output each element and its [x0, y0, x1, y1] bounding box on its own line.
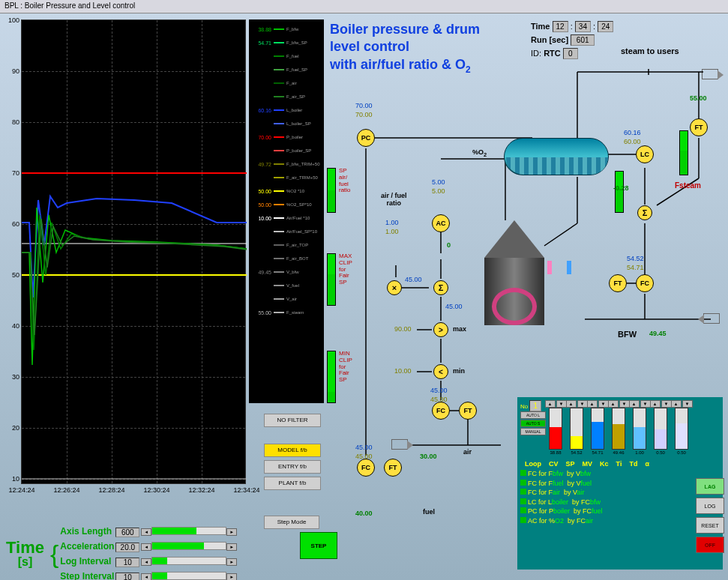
step-mode-button[interactable]: Step Mode	[264, 516, 319, 529]
step-int-label: Step Interval	[60, 570, 114, 580]
legend-row[interactable]: F_air_SP	[250, 90, 322, 103]
legend-row[interactable]: F_fuel_SP	[250, 63, 322, 76]
legend-row[interactable]: Air/Fuel_SP*10	[250, 225, 322, 238]
loop-row[interactable]: PC for Pboiler by FCfuel	[520, 507, 720, 516]
legend-row[interactable]: F_air_TRIM+50	[250, 171, 322, 184]
fc-air-pv: 45.00	[430, 387, 448, 394]
model-fb-button[interactable]: MODEL f/b	[264, 444, 321, 457]
legend-row[interactable]: 60.16L_boiler	[250, 103, 322, 117]
tuning-bar-MV[interactable]: ▲▼54.71	[588, 400, 607, 457]
log-int-input[interactable]	[115, 558, 139, 567]
ytick: 40	[4, 322, 19, 330]
trend-chart: 100 90 80 70 60 50 40 30 20 10 12:24:24	[4, 19, 249, 504]
legend-row[interactable]: 10.00Air/Fuel *10	[250, 211, 322, 225]
legend-row[interactable]: 70.00P_boiler	[250, 130, 322, 144]
fsteam-bar[interactable]	[679, 130, 688, 175]
auto-l-button[interactable]: AUTO L	[520, 411, 546, 419]
loop-no-label: No	[520, 403, 528, 410]
xtick: 12:32:24	[188, 486, 214, 494]
loop-row[interactable]: FC for Fbfw by Vbfw	[520, 469, 720, 479]
legend-row[interactable]: 50.00%O2_SP*10	[250, 198, 322, 211]
accel-input[interactable]	[115, 543, 139, 552]
loop-row[interactable]: LC for Lboiler by FCbfw	[520, 498, 720, 507]
log-int-inc[interactable]: ►	[226, 558, 237, 566]
step-int-inc[interactable]: ►	[226, 573, 237, 580]
axis-length-input[interactable]	[115, 528, 139, 537]
legend-row[interactable]: F_air_BOT	[250, 252, 322, 265]
min-left: 10.00	[394, 367, 412, 375]
lc-bar[interactable]	[615, 171, 624, 213]
svg-line-12	[544, 223, 577, 246]
log-int-dec[interactable]: ◄	[141, 558, 151, 566]
furnace	[484, 220, 544, 325]
id-val: 0	[563, 48, 578, 59]
legend-row[interactable]: 50.00%O2 *10	[250, 184, 322, 198]
plant-fb-button[interactable]: PLANT f/b	[264, 477, 321, 490]
accel-dec[interactable]: ◄	[141, 543, 151, 551]
reset-button[interactable]: RESET	[696, 517, 724, 534]
loop-row[interactable]: FC for Fair by Vair	[520, 488, 720, 498]
chart-plot-area[interactable]: 12:24:24 12:26:24 12:28:24 12:30:24 12:3…	[21, 19, 246, 484]
action-buttons: LAG LOG RESET OFF	[696, 478, 724, 556]
run-val: 601	[571, 34, 595, 46]
steam-drum	[504, 138, 609, 175]
step-button[interactable]: STEP	[300, 532, 337, 559]
loop-row[interactable]: AC for %O2 by FCair	[520, 516, 720, 526]
loop-row[interactable]: FC for Ffuel by Vfuel	[520, 479, 720, 489]
lc-block[interactable]: LC	[636, 145, 654, 163]
title-line2: level control	[330, 38, 480, 55]
tuning-bar-α[interactable]: ▲▼0.50	[672, 400, 691, 457]
hot-indicator-icon	[547, 261, 552, 274]
tuning-bar-CV[interactable]: ▲▼38.88	[546, 400, 565, 457]
log-button[interactable]: LOG	[696, 498, 724, 514]
axis-length-inc[interactable]: ►	[226, 528, 237, 536]
legend-row[interactable]: 49.72F_bfw_TRIM+50	[250, 157, 322, 171]
legend-row[interactable]: 38.88F_bfw	[250, 22, 322, 36]
tuning-bar-Td[interactable]: ▲▼0.50	[651, 400, 670, 457]
step-int-input[interactable]	[115, 573, 139, 580]
ytick: 20	[4, 424, 19, 432]
fc-fuel-block[interactable]: FC	[357, 459, 375, 477]
entry-fb-button[interactable]: ENTRY f/b	[264, 460, 321, 474]
lag-button[interactable]: LAG	[696, 478, 724, 495]
sigma-bfw-block: Σ	[637, 205, 652, 220]
axis-length-label: Axis Length	[60, 525, 114, 538]
no-filter-button[interactable]: NO FILTER	[264, 414, 321, 427]
tuning-hdr-CV: CV	[546, 460, 562, 468]
step-int-dec[interactable]: ◄	[141, 573, 151, 580]
legend-row[interactable]: F_air	[250, 76, 322, 90]
xtick: 12:24:24	[8, 486, 34, 494]
axis-length-dec[interactable]: ◄	[141, 528, 151, 536]
legend-row[interactable]: L_boiler_SP	[250, 117, 322, 130]
auto-s-button[interactable]: AUTO S	[520, 420, 546, 427]
tuning-bar-Ti[interactable]: ▲▼1.00	[630, 400, 649, 457]
legend-row[interactable]: V_air	[250, 292, 322, 306]
lc-sp: 60.00	[624, 138, 641, 145]
legend-row[interactable]: F_air_TOP	[250, 238, 322, 252]
legend-row[interactable]: V_fuel	[250, 279, 322, 292]
tuning-bar-SP[interactable]: ▲▼54.52	[567, 400, 586, 457]
accel-inc[interactable]: ►	[226, 543, 237, 551]
loop-no-val[interactable]: 1	[529, 400, 541, 411]
pc-block[interactable]: PC	[357, 129, 375, 147]
ft-bfw-block: FT	[609, 274, 627, 292]
ytick: 90	[4, 67, 19, 75]
fc-air-block[interactable]: FC	[432, 402, 450, 420]
ft-air-block: FT	[459, 402, 477, 420]
tuning-bar-Kc[interactable]: ▲▼49.46	[609, 400, 628, 457]
ytick: 70	[4, 169, 19, 177]
legend-row[interactable]: 54.71F_bfw_SP	[250, 36, 322, 49]
fc-bfw-block[interactable]: FC	[636, 274, 654, 292]
ft-steam-block: FT	[690, 118, 708, 136]
legend-row[interactable]: P_boiler_SP	[250, 144, 322, 157]
legend-row[interactable]: 55.00F_steam	[250, 306, 322, 319]
legend-row[interactable]: 49.45V_bfw	[250, 265, 322, 279]
off-button[interactable]: OFF	[696, 537, 724, 553]
o2-label: %O	[472, 148, 484, 156]
sigma-air-out: 45.00	[445, 303, 463, 310]
legend-row[interactable]: F_fuel	[250, 49, 322, 63]
manual-button[interactable]: MANUAL	[520, 428, 546, 435]
chart-legend: 38.88F_bfw54.71F_bfw_SPF_fuelF_fuel_SPF_…	[249, 19, 324, 403]
ac-out: 0	[447, 241, 451, 249]
ac-block[interactable]: AC	[432, 214, 450, 232]
